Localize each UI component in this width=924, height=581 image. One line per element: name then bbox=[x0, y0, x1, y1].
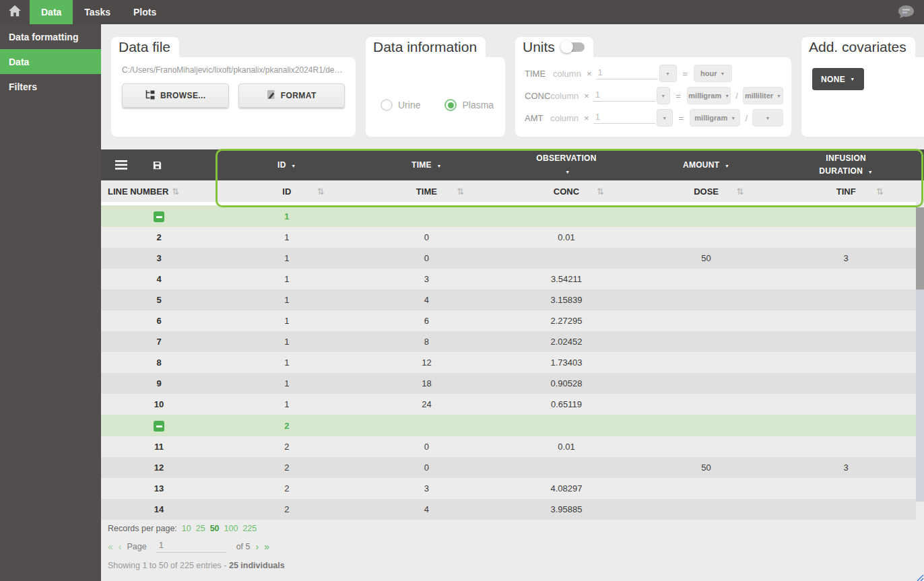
chat-icon[interactable] bbox=[897, 5, 915, 20]
sort-icon[interactable]: ⇅ bbox=[172, 186, 179, 197]
column-label: TIME bbox=[416, 186, 437, 197]
unit-row-label: AMT bbox=[525, 113, 550, 123]
cell-line-number: 7 bbox=[101, 337, 217, 347]
covariates-none-dropdown[interactable]: NONE▼ bbox=[812, 68, 864, 90]
group-collapse-cell bbox=[101, 210, 217, 223]
column-type-dropdown-id[interactable]: ID ▼ bbox=[277, 159, 296, 172]
page-size-option-25[interactable]: 25 bbox=[196, 524, 205, 533]
vertical-scrollbar-thumb[interactable] bbox=[916, 207, 924, 289]
table-row: 81121.73403 bbox=[101, 352, 916, 373]
radio-option-plasma[interactable]: Plasma bbox=[444, 73, 494, 137]
column-type-dropdown-time[interactable]: TIME ▼ bbox=[411, 159, 442, 172]
cell-line-number: 11 bbox=[101, 442, 217, 452]
cell-line-number: 8 bbox=[101, 357, 217, 368]
unit-column-text: column bbox=[550, 91, 579, 101]
tab-plots[interactable]: Plots bbox=[122, 0, 168, 24]
table-row: 310503 bbox=[101, 248, 916, 269]
unit-column-dropdown[interactable]: ▼ bbox=[657, 109, 673, 127]
unit-row-label: CONC bbox=[525, 91, 550, 101]
units-rows: TIMEcolumn×▼=hour▼CONCcolumn×▼=milligram… bbox=[515, 57, 791, 137]
unit-numerator-dropdown[interactable]: milligram▼ bbox=[690, 109, 740, 127]
chevron-down-icon: ▼ bbox=[662, 116, 667, 121]
table-row: 11200.01 bbox=[101, 436, 916, 457]
unit-numerator-dropdown[interactable]: hour▼ bbox=[694, 65, 731, 82]
unit-column-dropdown[interactable]: ▼ bbox=[657, 87, 670, 104]
unit-denominator-dropdown[interactable]: ▼ bbox=[752, 109, 783, 127]
cell-conc: 0.01 bbox=[496, 232, 636, 242]
last-page-button[interactable]: » bbox=[264, 541, 269, 552]
unit-factor-input[interactable] bbox=[593, 112, 655, 124]
equals-sign: = bbox=[676, 91, 682, 101]
vertical-scrollbar-track[interactable] bbox=[916, 207, 924, 502]
cell-line-number: 9 bbox=[101, 378, 217, 388]
unit-factor-input[interactable] bbox=[596, 67, 658, 79]
sort-icon[interactable]: ⇅ bbox=[457, 186, 464, 197]
browse-button[interactable]: BROWSE... bbox=[122, 83, 229, 108]
next-page-button[interactable]: › bbox=[256, 541, 259, 552]
cell-id: 2 bbox=[217, 504, 357, 514]
collapse-group-button[interactable] bbox=[154, 421, 164, 432]
table-row: 4133.54211 bbox=[101, 269, 916, 289]
unit-factor-input[interactable] bbox=[593, 90, 655, 102]
unit-denominator-dropdown[interactable]: milliliter▼ bbox=[743, 87, 783, 104]
collapse-group-button[interactable] bbox=[154, 211, 164, 222]
column-type-dropdown-amount[interactable]: AMOUNT ▼ bbox=[683, 159, 729, 172]
home-button[interactable] bbox=[0, 0, 30, 24]
data-file-path: C:/Users/FranoMihaljevic/lixoft/pkanalix… bbox=[122, 65, 345, 75]
sidebar-item-data[interactable]: Data bbox=[0, 49, 101, 74]
header-group-cell: INFUSION DURATION ▼ bbox=[776, 149, 916, 180]
sidebar-item-filters[interactable]: Filters bbox=[0, 74, 101, 99]
multiply-sign: × bbox=[584, 113, 589, 123]
column-label: ID bbox=[282, 186, 291, 197]
unit-numerator-dropdown[interactable]: milligram▼ bbox=[687, 87, 731, 104]
sort-icon[interactable]: ⇅ bbox=[597, 186, 604, 197]
cell-time: 4 bbox=[357, 504, 497, 514]
tab-data[interactable]: Data bbox=[30, 0, 73, 24]
multiply-sign: × bbox=[587, 69, 592, 79]
page-size-option-10[interactable]: 10 bbox=[182, 524, 191, 533]
page-count-label: of 5 bbox=[236, 542, 251, 551]
sort-icon[interactable]: ⇅ bbox=[317, 186, 325, 197]
cell-line-number: 6 bbox=[101, 316, 217, 326]
save-icon[interactable] bbox=[152, 160, 162, 170]
column-type-dropdown-observation[interactable]: OBSERVATION ▼ bbox=[534, 152, 599, 177]
cell-line-number: 2 bbox=[101, 232, 217, 242]
covariates-panel: Add. covariates NONE▼ bbox=[801, 37, 924, 137]
radio-circle-icon bbox=[444, 99, 457, 111]
column-type-dropdown-infusion-duration[interactable]: INFUSION DURATION ▼ bbox=[814, 152, 878, 177]
units-toggle[interactable] bbox=[562, 42, 585, 52]
page-size-option-225[interactable]: 225 bbox=[242, 524, 257, 533]
table-row: 13234.08297 bbox=[101, 478, 916, 499]
table-row: 7182.02452 bbox=[101, 331, 916, 352]
covariates-title: Add. covariates bbox=[801, 37, 915, 57]
page-size-option-100[interactable]: 100 bbox=[224, 524, 238, 533]
table-row: 14243.95885 bbox=[101, 499, 916, 520]
first-page-button[interactable]: « bbox=[108, 541, 113, 552]
data-table: ID ▼TIME ▼OBSERVATION ▼AMOUNT ▼INFUSION … bbox=[101, 149, 924, 520]
sidebar-item-data-formatting[interactable]: Data formatting bbox=[0, 24, 101, 49]
table-footer: Records per page: 102550100225 « ‹ Page … bbox=[108, 524, 285, 570]
radio-circle-icon bbox=[381, 99, 393, 111]
sort-icon[interactable]: ⇅ bbox=[736, 186, 744, 197]
page-size-option-50[interactable]: 50 bbox=[210, 524, 220, 533]
unit-numerator-label: milligram bbox=[694, 114, 727, 122]
sort-icon[interactable]: ⇅ bbox=[876, 186, 884, 197]
table-row: 5143.15839 bbox=[101, 289, 916, 310]
group-id-cell: 1 bbox=[217, 211, 357, 221]
cell-line-number: 10 bbox=[101, 399, 217, 409]
cell-id: 1 bbox=[217, 295, 357, 305]
top-panels: Data file C:/Users/FranoMihaljevic/lixof… bbox=[101, 24, 924, 137]
tab-tasks[interactable]: Tasks bbox=[73, 0, 122, 24]
unit-column-dropdown[interactable]: ▼ bbox=[659, 65, 677, 82]
resize-grip-icon[interactable] bbox=[915, 572, 924, 581]
table-menu-icon[interactable] bbox=[115, 160, 127, 170]
page-number-input[interactable] bbox=[156, 540, 227, 553]
cell-id: 1 bbox=[217, 378, 357, 388]
radio-option-urine[interactable]: Urine bbox=[381, 73, 420, 137]
format-button[interactable]: FORMAT bbox=[238, 83, 345, 108]
table-row: 2100.01 bbox=[101, 227, 916, 248]
prev-page-button[interactable]: ‹ bbox=[119, 541, 122, 552]
header-group-cell: AMOUNT ▼ bbox=[636, 149, 777, 180]
chevron-down-icon: ▼ bbox=[437, 164, 442, 168]
home-icon bbox=[8, 5, 22, 20]
